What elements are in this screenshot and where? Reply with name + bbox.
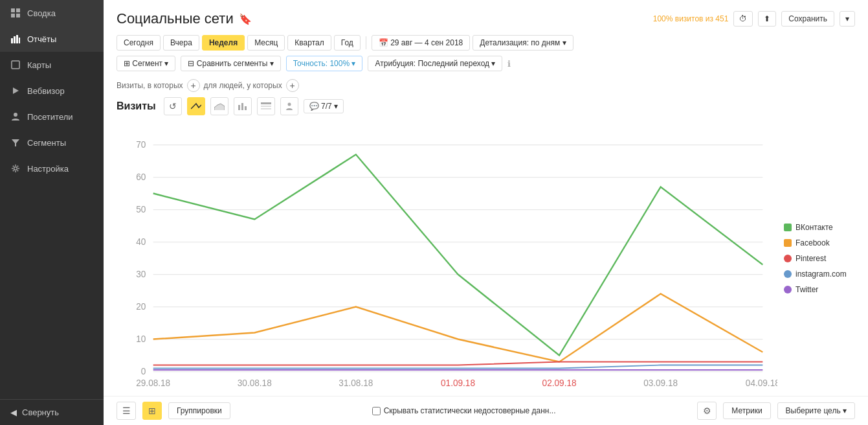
- attribution-button[interactable]: Атрибуция: Последний переход ▾: [368, 56, 502, 71]
- chart-legend: ВКонтакте Facebook Pinterest instagram.c…: [777, 121, 855, 396]
- chart-controls: Визиты ↺: [117, 97, 855, 115]
- svg-rect-3: [16, 14, 20, 17]
- refresh-chart-button[interactable]: ↺: [164, 97, 182, 115]
- svg-text:20: 20: [136, 301, 146, 312]
- period-month-button[interactable]: Месяц: [247, 35, 285, 51]
- legend-vkontakte[interactable]: ВКонтакте: [784, 223, 855, 232]
- segment-label: Сегмент: [132, 59, 162, 68]
- svg-rect-4: [11, 38, 13, 43]
- svg-rect-7: [19, 38, 20, 43]
- compare-segments-button[interactable]: ⊟ Сравнить сегменты ▾: [181, 56, 280, 71]
- visits-in-label: Визиты, в которых: [117, 81, 183, 90]
- sidebar-collapse-button[interactable]: ◀ Свернуть: [0, 400, 104, 425]
- svg-text:30: 30: [136, 269, 146, 280]
- svg-text:60: 60: [136, 172, 146, 183]
- sidebar-item-posetiteli[interactable]: Посетители: [0, 104, 104, 130]
- sidebar-item-segmenty[interactable]: Сегменты: [0, 130, 104, 155]
- series-count-button[interactable]: 💬 7/7 ▾: [304, 99, 344, 113]
- header-left: Социальные сети 🔖: [117, 10, 252, 27]
- map-icon: [10, 60, 21, 70]
- export-icon-button[interactable]: ⬆: [758, 11, 776, 27]
- svg-rect-18: [261, 108, 271, 109]
- period-today-button[interactable]: Сегодня: [117, 35, 161, 51]
- sidebar-bottom: ◀ Свернуть: [0, 399, 104, 425]
- svg-rect-14: [241, 103, 243, 110]
- add-visit-filter-button[interactable]: +: [187, 79, 200, 92]
- metrics-button[interactable]: Метрики: [723, 402, 770, 419]
- table-view-button[interactable]: [257, 97, 275, 115]
- filter-bar: Визиты, в которых + для людей, у которых…: [104, 76, 868, 97]
- sidebar-item-svodka[interactable]: Сводка: [0, 0, 104, 26]
- pinterest-color: [784, 255, 792, 262]
- hide-stats-checkbox[interactable]: [372, 407, 381, 415]
- svg-rect-0: [11, 8, 15, 12]
- add-people-filter-button[interactable]: +: [286, 79, 299, 92]
- save-dropdown-button[interactable]: ▾: [840, 11, 855, 27]
- date-range-button[interactable]: 📅 29 авг — 4 сен 2018: [372, 35, 470, 51]
- segment-button[interactable]: ⊞ Сегмент ▾: [117, 56, 175, 71]
- legend-instagram[interactable]: instagram.com: [784, 270, 855, 279]
- bar-chart-icon: [10, 34, 21, 44]
- period-toolbar: Сегодня Вчера Неделя Месяц Квартал Год 📅…: [104, 32, 868, 56]
- sidebar-item-vebvizor[interactable]: Вебвизор: [0, 78, 104, 104]
- accuracy-label: Точность: 100%: [293, 59, 350, 68]
- settings-icon-button[interactable]: ⚙: [697, 402, 717, 420]
- chevron-down-icon: ▾: [334, 102, 338, 111]
- filter-toolbar: ⊞ Сегмент ▾ ⊟ Сравнить сегменты ▾ Точнос…: [104, 56, 868, 76]
- chevron-down-icon: ▾: [562, 38, 566, 47]
- svg-rect-15: [245, 106, 247, 110]
- line-chart-button[interactable]: [187, 97, 205, 115]
- svg-text:01.09.18: 01.09.18: [441, 377, 475, 388]
- svg-text:40: 40: [136, 236, 146, 247]
- chart-area: .grid-line { stroke: #e8e8e8; stroke-wid…: [117, 121, 777, 396]
- gear-icon: [10, 163, 21, 174]
- person-chart-button[interactable]: [280, 97, 298, 115]
- chart-container: .grid-line { stroke: #e8e8e8; stroke-wid…: [117, 121, 855, 396]
- instagram-color: [784, 270, 792, 278]
- legend-facebook[interactable]: Facebook: [784, 238, 855, 247]
- bookmark-icon[interactable]: 🔖: [239, 13, 252, 25]
- period-week-button[interactable]: Неделя: [202, 35, 245, 51]
- table-view-bottom-button[interactable]: ⊞: [142, 402, 162, 420]
- svg-text:30.08.18: 30.08.18: [238, 377, 272, 388]
- choose-goal-label: Выберите цель: [786, 406, 841, 415]
- period-quarter-button[interactable]: Квартал: [287, 35, 331, 51]
- chevron-down-icon: ▾: [843, 406, 847, 415]
- groupings-label: Группировки: [177, 406, 222, 415]
- save-button[interactable]: Сохранить: [781, 11, 834, 27]
- bar-chart-button[interactable]: [234, 97, 252, 115]
- sidebar-item-nastroyka[interactable]: Настройка: [0, 155, 104, 181]
- svg-rect-16: [261, 102, 271, 104]
- chevron-down-icon: ▾: [270, 59, 274, 68]
- grid-icon: [10, 8, 21, 18]
- legend-pinterest[interactable]: Pinterest: [784, 254, 855, 263]
- svg-marker-11: [12, 139, 19, 146]
- svg-marker-9: [13, 87, 19, 94]
- detail-button[interactable]: Детализация: по дням ▾: [473, 35, 573, 51]
- series-count: 7/7: [321, 102, 332, 111]
- accuracy-button[interactable]: Точность: 100% ▾: [286, 56, 363, 71]
- segment-icon: ⊞: [124, 59, 132, 68]
- svg-text:02.09.18: 02.09.18: [542, 377, 577, 388]
- list-view-button[interactable]: ☰: [117, 402, 136, 420]
- line-chart-svg: .grid-line { stroke: #e8e8e8; stroke-wid…: [117, 121, 777, 396]
- svg-text:29.08.18: 29.08.18: [136, 377, 170, 388]
- area-chart-button[interactable]: [210, 97, 228, 115]
- legend-twitter[interactable]: Twitter: [784, 285, 855, 294]
- chart-section: Визиты ↺: [104, 97, 868, 396]
- svg-point-12: [14, 167, 17, 170]
- info-icon[interactable]: ℹ: [507, 59, 511, 69]
- sidebar-item-karty[interactable]: Карты: [0, 52, 104, 78]
- svg-point-19: [287, 103, 291, 106]
- groupings-button[interactable]: Группировки: [168, 402, 230, 419]
- hide-stats-text: Скрывать статистически недостоверные дан…: [384, 406, 556, 415]
- period-yesterday-button[interactable]: Вчера: [163, 35, 199, 51]
- sidebar-item-otchety[interactable]: Отчёты: [0, 26, 104, 52]
- choose-goal-button[interactable]: Выберите цель ▾: [777, 402, 855, 419]
- chevron-down-icon: ▾: [351, 59, 355, 68]
- svg-rect-17: [261, 106, 271, 107]
- history-icon-button[interactable]: ⏱: [733, 11, 753, 27]
- period-year-button[interactable]: Год: [334, 35, 361, 51]
- compare-label: Сравнить сегменты: [197, 59, 268, 68]
- main-content: Социальные сети 🔖 100% визитов из 451 ⏱ …: [104, 0, 868, 425]
